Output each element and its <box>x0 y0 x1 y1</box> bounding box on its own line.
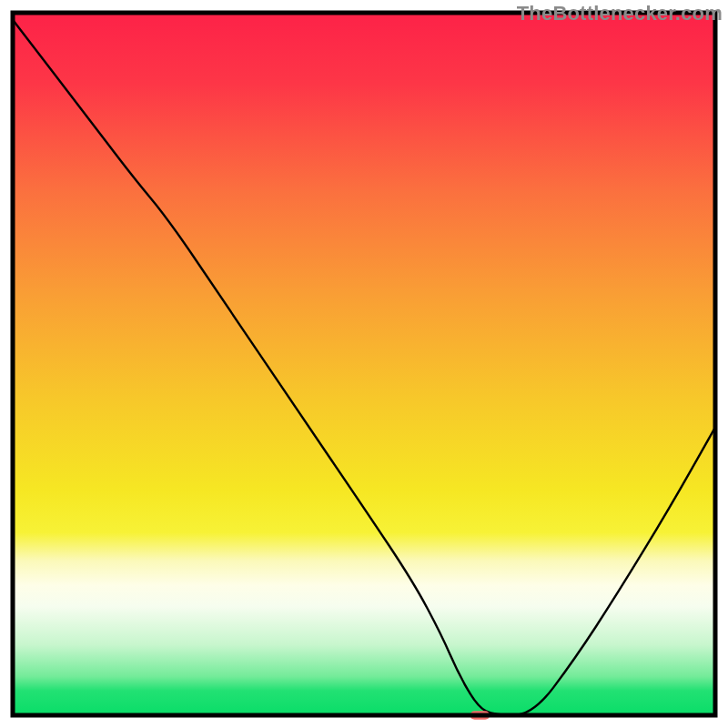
watermark-text: TheBottlenecker.com <box>517 2 723 25</box>
bottleneck-chart: TheBottlenecker.com <box>0 0 728 728</box>
chart-svg <box>0 0 728 728</box>
chart-background <box>13 13 715 715</box>
